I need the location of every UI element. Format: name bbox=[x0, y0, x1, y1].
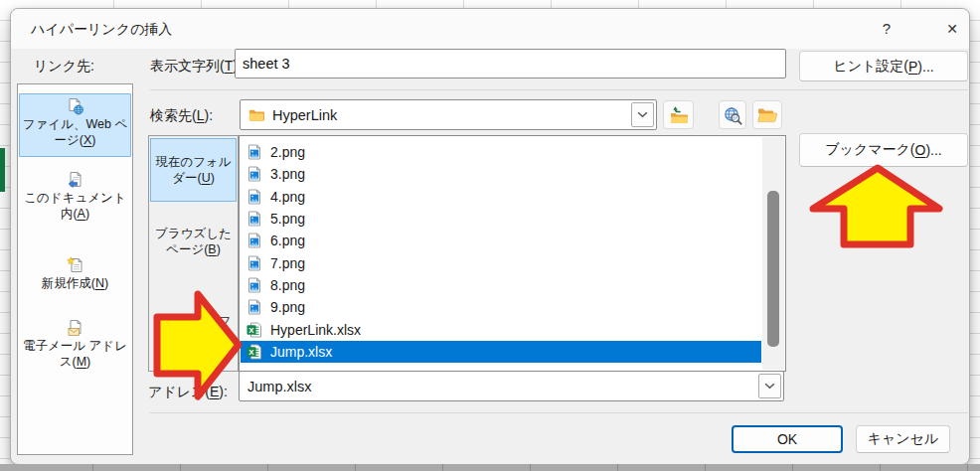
excel-selection-sliver bbox=[0, 148, 5, 192]
scope-button[interactable]: 現在のフォルダー(U) bbox=[150, 138, 237, 202]
separator bbox=[150, 89, 968, 90]
sidebar-item-label: ファイル、Web ページ(X) bbox=[20, 116, 130, 148]
png-file-icon bbox=[246, 189, 262, 205]
file-type-icon: X bbox=[246, 322, 262, 338]
file-type-icon: X bbox=[246, 233, 262, 248]
sidebar-item-label: このドキュメント内(A) bbox=[19, 190, 131, 222]
file-type-icon: X bbox=[246, 344, 262, 360]
png-file-icon bbox=[246, 233, 262, 248]
bookmark-button[interactable]: ブックマーク(O)... bbox=[799, 133, 968, 167]
file-row[interactable]: X 6.png bbox=[241, 230, 761, 251]
svg-text:X: X bbox=[248, 348, 254, 357]
file-name: 6.png bbox=[270, 233, 305, 248]
file-name: 3.png bbox=[270, 166, 305, 182]
file-type-icon: X bbox=[246, 255, 262, 271]
sidebar-item-create-new[interactable]: 新規作成(N) bbox=[19, 253, 131, 297]
file-name: 8.png bbox=[270, 277, 305, 293]
browse-file-icon bbox=[757, 107, 777, 123]
file-row[interactable]: X Jump.xlsx bbox=[241, 341, 761, 363]
insert-hyperlink-dialog: ハイパーリンクの挿入 ? ✕ リンク先: ファイル、Web ページ(X) このド… bbox=[10, 8, 970, 465]
screentip-button[interactable]: ヒント設定(P)... bbox=[799, 51, 968, 81]
png-file-icon bbox=[246, 299, 262, 315]
email-icon bbox=[67, 319, 84, 337]
help-icon[interactable]: ? bbox=[872, 16, 901, 42]
dialog-title: ハイパーリンクの挿入 bbox=[31, 9, 172, 49]
address-value: Jump.xlsx bbox=[247, 379, 311, 394]
ok-button[interactable]: OK bbox=[732, 425, 843, 453]
file-name: 5.png bbox=[270, 211, 305, 227]
file-type-icon: X bbox=[246, 189, 262, 205]
excel-file-icon: X bbox=[246, 344, 262, 360]
file-row[interactable]: X 5.png bbox=[241, 208, 761, 230]
svg-text:X: X bbox=[248, 325, 254, 334]
display-text-label: 表示文字列(T): bbox=[150, 58, 242, 76]
png-file-icon bbox=[246, 144, 262, 160]
file-row[interactable]: X 8.png bbox=[241, 274, 761, 296]
file-type-icon: X bbox=[246, 144, 262, 160]
dialog-titlebar: ハイパーリンクの挿入 ? ✕ bbox=[11, 9, 969, 49]
screen: ハイパーリンクの挿入 ? ✕ リンク先: ファイル、Web ページ(X) このド… bbox=[0, 0, 980, 471]
scope-button[interactable]: 最近使ったファイル(C) bbox=[150, 305, 237, 353]
scrollbar-thumb[interactable] bbox=[767, 191, 779, 347]
sidebar-item-label: 新規作成(N) bbox=[42, 275, 108, 291]
scope-button-label: 最近使ったファイル(C) bbox=[150, 313, 237, 345]
new-document-icon bbox=[67, 256, 84, 274]
look-in-value: HyperLink bbox=[272, 107, 337, 123]
file-name: 9.png bbox=[270, 299, 305, 315]
file-row[interactable]: X 2.png bbox=[241, 141, 761, 163]
file-type-icon: X bbox=[246, 299, 262, 315]
cancel-button[interactable]: キャンセル bbox=[856, 425, 950, 453]
file-listbox: X 2.png X 3.png X 4 bbox=[239, 135, 786, 372]
link-to-label: リンク先: bbox=[34, 58, 94, 76]
png-file-icon bbox=[246, 211, 262, 227]
excel-grid-right bbox=[969, 0, 980, 464]
sidebar-item-place-in-document[interactable]: このドキュメント内(A) bbox=[19, 168, 131, 230]
file-row[interactable]: X 7.png bbox=[241, 251, 761, 273]
browse-web-icon bbox=[723, 105, 742, 125]
file-list: X 2.png X 3.png X 4 bbox=[241, 137, 761, 370]
browse-file-button[interactable] bbox=[752, 100, 782, 129]
file-name: 4.png bbox=[270, 189, 305, 205]
file-row[interactable]: X 3.png bbox=[241, 163, 761, 185]
separator bbox=[150, 412, 968, 413]
scope-button[interactable]: ブラウズしたページ(B) bbox=[150, 218, 237, 265]
chevron-down-icon bbox=[637, 111, 648, 118]
file-row[interactable]: X 9.png bbox=[241, 296, 761, 318]
up-one-folder-button[interactable] bbox=[663, 100, 694, 129]
scope-button-label: ブラウズしたページ(B) bbox=[150, 226, 237, 257]
excel-file-icon: X bbox=[246, 322, 262, 338]
look-in-dropdown-button[interactable] bbox=[631, 102, 654, 127]
sidebar-item-label: 電子メール アドレス(M) bbox=[19, 338, 131, 370]
look-in-label: 検索先(L): bbox=[150, 107, 213, 125]
file-type-icon: X bbox=[246, 277, 262, 293]
close-icon[interactable]: ✕ bbox=[937, 16, 967, 42]
up-one-folder-icon bbox=[668, 105, 690, 125]
browse-web-button[interactable] bbox=[719, 100, 746, 129]
folder-icon bbox=[248, 107, 264, 123]
link-to-sidebar: ファイル、Web ページ(X) このドキュメント内(A) 新規作成(N) 電子メ… bbox=[17, 83, 133, 455]
chevron-down-icon bbox=[764, 383, 775, 390]
png-file-icon bbox=[246, 166, 262, 182]
file-type-icon: X bbox=[246, 166, 262, 182]
scope-strip: 現在のフォルダー(U) ブラウズしたページ(B) 最近使ったファイル(C) bbox=[148, 135, 239, 372]
file-name: 7.png bbox=[270, 255, 305, 271]
file-row[interactable]: X HyperLink.xlsx bbox=[241, 318, 761, 340]
address-combobox[interactable]: Jump.xlsx bbox=[239, 371, 784, 401]
excel-grid-bottom bbox=[0, 464, 980, 471]
png-file-icon bbox=[246, 277, 262, 293]
sidebar-item-file-web-page[interactable]: ファイル、Web ページ(X) bbox=[19, 93, 131, 157]
sidebar-item-email-address[interactable]: 電子メール アドレス(M) bbox=[19, 316, 131, 378]
this-document-icon bbox=[67, 171, 84, 189]
list-scrollbar[interactable] bbox=[762, 137, 784, 370]
display-text-input[interactable] bbox=[235, 49, 786, 78]
png-file-icon bbox=[246, 255, 262, 271]
look-in-combobox[interactable]: HyperLink bbox=[240, 99, 657, 130]
file-row[interactable]: X 4.png bbox=[241, 186, 761, 208]
file-name: HyperLink.xlsx bbox=[270, 322, 361, 338]
file-name: 2.png bbox=[270, 144, 305, 160]
address-label: アドレス(E): bbox=[148, 384, 228, 401]
address-dropdown-button[interactable] bbox=[758, 374, 781, 398]
file-type-icon: X bbox=[246, 211, 262, 227]
file-web-icon bbox=[67, 97, 84, 115]
file-name: Jump.xlsx bbox=[270, 344, 332, 360]
